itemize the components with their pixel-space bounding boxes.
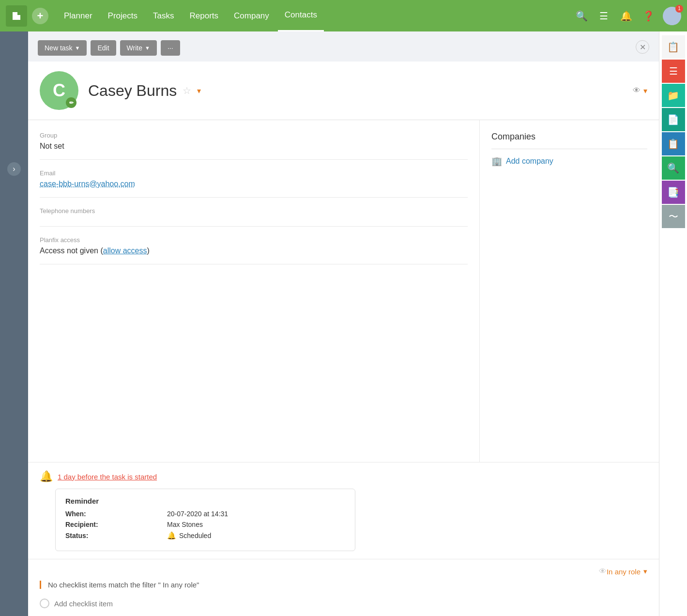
when-value: 20-07-2020 at 14:31 <box>167 510 228 518</box>
name-dropdown-icon[interactable]: ▾ <box>197 86 201 95</box>
close-button[interactable]: ✕ <box>636 40 649 54</box>
notification-section: 🔔 1 day before the task is started Remin… <box>28 462 659 559</box>
add-item-input[interactable] <box>54 600 647 608</box>
any-role-button[interactable]: In any role ▾ <box>607 567 647 576</box>
user-avatar[interactable]: 1 <box>663 7 681 25</box>
nav-tasks[interactable]: Tasks <box>146 0 181 31</box>
notification-badge: 1 <box>675 5 683 13</box>
checklist-body: No checklist items match the filter " In… <box>40 581 647 589</box>
menu-icon[interactable]: ☰ <box>596 8 611 24</box>
group-label: Group <box>40 132 468 139</box>
notification-icon[interactable]: 🔔 <box>618 8 634 24</box>
any-role-label: In any role <box>607 568 641 576</box>
toolbar: New task ▼ Edit Write ▼ ··· ✕ <box>28 31 659 62</box>
rt-folder-icon[interactable]: 📁 <box>662 84 685 107</box>
more-button[interactable]: ··· <box>161 40 180 56</box>
left-panel: Group Not set Email case-bbb-urns@yahoo.… <box>28 120 480 462</box>
svg-point-2 <box>666 18 678 25</box>
right-toolbar: 📋 ☰ 📁 📄 📋 🔍 📑 〜 <box>659 31 687 616</box>
group-value: Not set <box>40 142 468 151</box>
add-item-row <box>40 596 647 608</box>
nav-company[interactable]: Company <box>227 0 276 31</box>
write-button[interactable]: Write ▼ <box>120 40 157 56</box>
new-task-button[interactable]: New task ▼ <box>38 40 87 56</box>
checklist-radio[interactable] <box>40 599 49 608</box>
companies-divider <box>491 149 647 149</box>
reminder-recipient-row: Recipient: Max Stones <box>65 521 345 528</box>
rt-checklist-icon[interactable]: 📋 <box>662 35 685 59</box>
rt-document-icon[interactable]: 📄 <box>662 108 685 131</box>
status-label: Status: <box>65 532 109 539</box>
edit-button[interactable]: Edit <box>91 40 116 56</box>
checklist-eye-icon: 👁 <box>599 567 607 576</box>
visibility-caret: ▾ <box>643 86 647 95</box>
group-field: Group Not set <box>40 132 468 160</box>
collapse-button[interactable]: › <box>7 162 21 176</box>
reminder-card: Reminder When: 20-07-2020 at 14:31 Recip… <box>55 489 355 551</box>
contact-name: Casey Burns <box>88 82 177 100</box>
telephone-label: Telephone numbers <box>40 207 468 215</box>
when-label: When: <box>65 510 109 518</box>
email-value[interactable]: case-bbb-urns@yahoo.com <box>40 180 468 188</box>
rt-search-icon[interactable]: 🔍 <box>662 156 685 180</box>
nav-planner[interactable]: Planner <box>57 0 99 31</box>
search-icon[interactable]: 🔍 <box>574 8 589 24</box>
status-bell-icon: 🔔 <box>167 531 176 540</box>
status-value: 🔔 Scheduled <box>167 531 211 540</box>
content-area: New task ▼ Edit Write ▼ ··· ✕ C ✏ Casey … <box>28 31 659 616</box>
logo[interactable] <box>6 5 27 27</box>
rt-report-icon[interactable]: 📑 <box>662 181 685 204</box>
telephone-field: Telephone numbers <box>40 207 468 227</box>
left-sidebar: › <box>0 31 28 616</box>
add-company-button[interactable]: 🏢 Add company <box>491 156 647 167</box>
add-button[interactable]: + <box>32 8 48 24</box>
reminder-status-row: Status: 🔔 Scheduled <box>65 531 345 540</box>
planfix-value: Access not given (allow access) <box>40 246 468 255</box>
svg-point-1 <box>668 10 676 18</box>
email-label: Email <box>40 169 468 177</box>
reminder-when-row: When: 20-07-2020 at 14:31 <box>65 510 345 518</box>
main-content: Group Not set Email case-bbb-urns@yahoo.… <box>28 120 659 462</box>
visibility-button[interactable]: 👁 ▾ <box>633 86 647 95</box>
eye-icon: 👁 <box>633 86 641 95</box>
main-layout: › New task ▼ Edit Write ▼ ··· ✕ C <box>0 31 687 616</box>
add-company-label: Add company <box>506 157 553 166</box>
building-icon: 🏢 <box>491 156 502 167</box>
checklist-header: 👁 In any role ▾ <box>40 567 647 576</box>
notif-header: 🔔 1 day before the task is started <box>40 470 647 483</box>
checklist-section: 👁 In any role ▾ No checklist items match… <box>28 559 659 616</box>
avatar-edit-icon[interactable]: ✏ <box>66 97 76 108</box>
svg-marker-0 <box>13 12 20 20</box>
top-nav: + Planner Projects Tasks Reports Company… <box>0 0 687 31</box>
planfix-field: Planfix access Access not given (allow a… <box>40 236 468 264</box>
nav-reports[interactable]: Reports <box>183 0 226 31</box>
right-panel: Companies 🏢 Add company <box>480 120 659 462</box>
star-icon[interactable]: ☆ <box>183 85 191 96</box>
nav-contacts[interactable]: Contacts <box>278 0 324 31</box>
new-task-caret: ▼ <box>75 45 80 51</box>
email-field: Email case-bbb-urns@yahoo.com <box>40 169 468 198</box>
recipient-value: Max Stones <box>167 521 203 528</box>
nav-right: 🔍 ☰ 🔔 ❓ 1 <box>574 7 681 25</box>
allow-access-link[interactable]: allow access <box>103 246 147 255</box>
write-caret: ▼ <box>145 45 150 51</box>
contact-avatar[interactable]: C ✏ <box>40 71 78 110</box>
reminder-title: Reminder <box>65 497 345 505</box>
contact-header: C ✏ Casey Burns ☆ ▾ 👁 ▾ <box>28 62 659 120</box>
nav-projects[interactable]: Projects <box>101 0 144 31</box>
contact-name-row: Casey Burns ☆ ▾ 👁 ▾ <box>88 82 647 100</box>
nav-links: Planner Projects Tasks Reports Company C… <box>57 0 574 31</box>
rt-misc-icon[interactable]: 〜 <box>662 205 685 228</box>
notification-link[interactable]: 1 day before the task is started <box>58 473 157 481</box>
recipient-label: Recipient: <box>65 521 109 528</box>
bell-icon: 🔔 <box>40 470 53 483</box>
any-role-caret: ▾ <box>643 567 647 576</box>
companies-title: Companies <box>491 132 647 142</box>
planfix-label: Planfix access <box>40 236 468 244</box>
rt-list-icon[interactable]: ☰ <box>662 60 685 83</box>
rt-clipboard-icon[interactable]: 📋 <box>662 132 685 155</box>
help-icon[interactable]: ❓ <box>641 8 656 24</box>
no-items-text: No checklist items match the filter " In… <box>48 581 647 589</box>
